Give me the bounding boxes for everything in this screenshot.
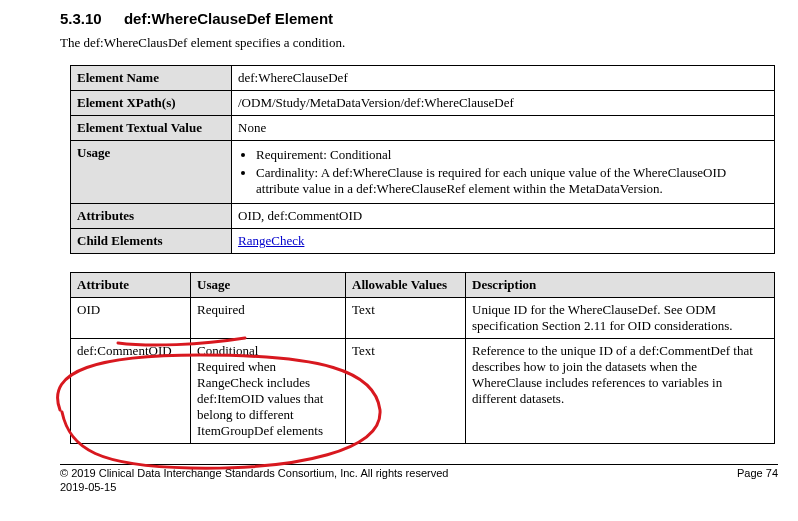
spec-label: Child Elements [71, 229, 232, 254]
usage-item: Requirement: Conditional [256, 147, 768, 163]
footer-date: 2019-05-15 [60, 481, 448, 493]
table-row: Child Elements RangeCheck [71, 229, 775, 254]
table-row: Element XPath(s) /ODM/Study/MetaDataVers… [71, 91, 775, 116]
spec-value-usage: Requirement: Conditional Cardinality: A … [232, 141, 775, 204]
table-row: Attributes OID, def:CommentOID [71, 204, 775, 229]
page-footer: © 2019 Clinical Data Interchange Standar… [60, 467, 778, 493]
table-row: OID Required Text Unique ID for the Wher… [71, 298, 775, 339]
usage-item: Cardinality: A def:WhereClause is requir… [256, 165, 768, 197]
col-header-attr: Attribute [71, 273, 191, 298]
spec-value: /ODM/Study/MetaDataVersion/def:WhereClau… [232, 91, 775, 116]
spec-label: Usage [71, 141, 232, 204]
range-check-link[interactable]: RangeCheck [238, 233, 304, 248]
col-header-allow: Allowable Values [346, 273, 466, 298]
table-row: Element Name def:WhereClauseDef [71, 66, 775, 91]
attr-usage: Required [191, 298, 346, 339]
attr-name: OID [71, 298, 191, 339]
attributes-table: Attribute Usage Allowable Values Descrip… [70, 272, 775, 444]
element-spec-table: Element Name def:WhereClauseDef Element … [70, 65, 775, 254]
section-title: def:WhereClauseDef Element [124, 10, 333, 27]
attr-desc: Unique ID for the WhereClauseDef. See OD… [466, 298, 775, 339]
table-row: Usage Requirement: Conditional Cardinali… [71, 141, 775, 204]
attr-usage: Conditional Required when RangeCheck inc… [191, 339, 346, 444]
footer-divider [60, 464, 778, 465]
section-heading: 5.3.10 def:WhereClauseDef Element [60, 10, 778, 27]
spec-value: None [232, 116, 775, 141]
footer-copyright: © 2019 Clinical Data Interchange Standar… [60, 467, 448, 479]
table-row: def:CommentOID Conditional Required when… [71, 339, 775, 444]
spec-value: OID, def:CommentOID [232, 204, 775, 229]
footer-page-number: Page 74 [737, 467, 778, 493]
spec-label: Element Textual Value [71, 116, 232, 141]
spec-label: Attributes [71, 204, 232, 229]
spec-label: Element Name [71, 66, 232, 91]
attr-allow: Text [346, 339, 466, 444]
attr-name: def:CommentOID [71, 339, 191, 444]
spec-label: Element XPath(s) [71, 91, 232, 116]
attr-allow: Text [346, 298, 466, 339]
spec-value: RangeCheck [232, 229, 775, 254]
table-row: Element Textual Value None [71, 116, 775, 141]
spec-value: def:WhereClauseDef [232, 66, 775, 91]
table-header-row: Attribute Usage Allowable Values Descrip… [71, 273, 775, 298]
col-header-desc: Description [466, 273, 775, 298]
col-header-usage: Usage [191, 273, 346, 298]
attr-desc: Reference to the unique ID of a def:Comm… [466, 339, 775, 444]
intro-paragraph: The def:WhereClausDef element specifies … [60, 35, 778, 51]
section-number: 5.3.10 [60, 10, 102, 27]
